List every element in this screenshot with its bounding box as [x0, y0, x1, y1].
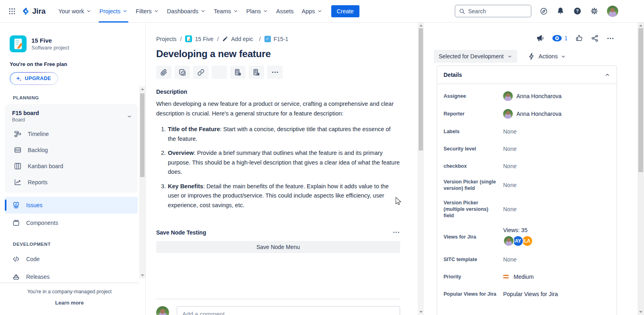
field-value[interactable]: None: [503, 206, 610, 212]
topnav-item-label: Your work: [58, 8, 84, 14]
sidebar-item[interactable]: Reports: [6, 174, 136, 190]
sidebar-item[interactable]: Backlog: [6, 142, 136, 158]
save-node-heading: Save Node Testing: [156, 229, 206, 236]
toolbar-button-icon: [234, 68, 242, 76]
toolbar-button[interactable]: [175, 66, 190, 79]
topnav-item[interactable]: Apps: [298, 0, 326, 23]
topnav-item-label: Apps: [302, 8, 315, 14]
discover-icon[interactable]: [540, 7, 548, 15]
topnav-item[interactable]: Dashboards: [163, 0, 210, 23]
main-content-scrollbar[interactable]: [418, 23, 424, 315]
app-switcher-icon[interactable]: [6, 5, 19, 18]
sidebar-item-icon: [12, 219, 20, 227]
sidebar-scrollbar[interactable]: [139, 86, 145, 278]
upgrade-button[interactable]: UPGRADE: [10, 72, 58, 85]
detail-field-row: Version Picker (single version) field No…: [437, 175, 617, 196]
board-selector[interactable]: F15 board Board: [5, 106, 138, 126]
details-fields: Assignee Anna Honcharova: [437, 84, 617, 306]
global-search[interactable]: [455, 5, 531, 17]
breadcrumb-add-epic[interactable]: Add epic: [222, 36, 253, 42]
more-actions-icon[interactable]: [607, 35, 614, 42]
field-value[interactable]: Popular Views for Jira: [503, 291, 610, 297]
status-actions-row: Selected for Development Actions: [434, 50, 566, 63]
help-icon[interactable]: ?: [573, 7, 582, 15]
sidebar-footer: You're in a company-managed project Lear…: [0, 282, 139, 315]
detail-field-row: Popular Views for Jira Popular Views for…: [437, 285, 617, 303]
detail-field-row: Security level None: [437, 140, 617, 157]
topnav-item-label: Plans: [246, 8, 261, 14]
status-dropdown[interactable]: Selected for Development: [434, 50, 517, 63]
sidebar-item[interactable]: Timeline: [6, 126, 136, 142]
field-label: Popular Views for Jira: [444, 291, 503, 297]
page-scrollbar[interactable]: [638, 23, 644, 315]
details-card-header[interactable]: Details: [437, 66, 617, 84]
project-header[interactable]: 15 Five Software project: [10, 35, 137, 52]
like-thumbs-up-icon[interactable]: [575, 34, 583, 42]
field-value[interactable]: None: [503, 128, 610, 135]
field-value[interactable]: None: [503, 163, 610, 169]
breadcrumb-projects[interactable]: Projects: [156, 36, 177, 42]
learn-more-link[interactable]: Learn more: [55, 300, 84, 306]
topnav-item-label: Filters: [136, 8, 151, 14]
field-value[interactable]: Anna Honcharova: [503, 109, 610, 119]
feedback-megaphone-icon[interactable]: [536, 34, 545, 43]
field-label: Labels: [444, 128, 503, 135]
topnav-item[interactable]: Assets: [272, 0, 298, 23]
user-avatar[interactable]: [607, 6, 618, 17]
description-list-item: 1. Title of the Feature: Start with a co…: [156, 125, 400, 144]
toolbar-button[interactable]: [212, 66, 227, 79]
share-icon[interactable]: [591, 34, 599, 42]
issue-toolbar: [156, 66, 400, 79]
sidebar-item-icon: [14, 146, 22, 154]
description-intro[interactable]: When developing a new feature for a prod…: [156, 99, 400, 118]
details-heading: Details: [444, 72, 462, 78]
field-value[interactable]: None: [503, 182, 610, 188]
jira-logo[interactable]: Jira: [21, 6, 45, 16]
sidebar-item-icon: [12, 255, 20, 263]
toolbar-button[interactable]: [230, 66, 246, 79]
sidebar-item[interactable]: Code: [5, 251, 138, 268]
topnav-item[interactable]: Teams: [210, 0, 242, 23]
toolbar-button[interactable]: [267, 66, 283, 79]
svg-text:?: ?: [576, 8, 578, 13]
save-node-more-button[interactable]: [392, 229, 400, 236]
actions-dropdown[interactable]: Actions: [528, 52, 566, 60]
topnav-item[interactable]: Projects: [95, 0, 132, 23]
topnav-item[interactable]: Plans: [242, 0, 272, 23]
field-value[interactable]: None: [503, 146, 610, 152]
comment-user-avatar: [156, 306, 169, 315]
avatar: [503, 235, 514, 247]
breadcrumb-issue-key[interactable]: ✓ F15-1: [264, 36, 289, 42]
sidebar-item[interactable]: Components: [5, 214, 138, 231]
avatar: [503, 91, 513, 101]
topnav-right-group: ?: [455, 5, 618, 17]
toolbar-button[interactable]: [193, 66, 208, 79]
jira-issue-page: Jira Your work Projects Filters Dashboar…: [0, 0, 644, 315]
field-value[interactable]: Views: 35 AY LA: [503, 227, 610, 247]
search-input[interactable]: [468, 8, 520, 14]
sidebar-item[interactable]: Kanban board: [6, 158, 136, 174]
create-button[interactable]: Create: [331, 5, 359, 17]
settings-gear-icon[interactable]: [590, 7, 599, 15]
field-value[interactable]: Anna Honcharova: [503, 91, 610, 101]
toolbar-button-icon: [178, 68, 186, 76]
project-avatar-icon: [185, 35, 192, 42]
toolbar-button[interactable]: [249, 66, 264, 79]
sidebar-item-label: Components: [26, 220, 58, 226]
add-comment-input[interactable]: [177, 306, 400, 315]
field-value[interactable]: Medium: [503, 274, 610, 280]
actions-label: Actions: [539, 53, 558, 60]
topnav-item[interactable]: Filters: [132, 0, 163, 23]
watch-button[interactable]: 1: [552, 35, 568, 42]
toolbar-button[interactable]: [156, 66, 171, 79]
issue-action-icons: 1: [536, 34, 614, 43]
breadcrumb-project[interactable]: 15 Five: [185, 35, 213, 42]
search-icon: [459, 8, 465, 14]
notifications-bell-icon[interactable]: [556, 7, 565, 15]
sidebar-item[interactable]: Issues: [5, 197, 138, 214]
description-list: 1. Title of the Feature: Start with a co…: [156, 125, 400, 210]
issue-title[interactable]: Developing a new feature: [156, 48, 400, 60]
save-node-menu-button[interactable]: Save Node Menu: [156, 241, 400, 253]
topnav-item[interactable]: Your work: [54, 0, 95, 23]
field-value[interactable]: None: [503, 256, 610, 263]
